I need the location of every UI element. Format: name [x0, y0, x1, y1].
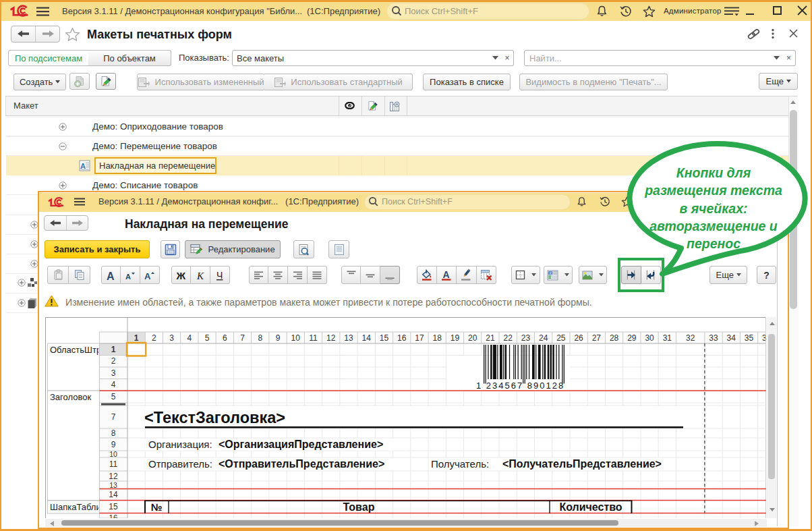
- svg-text:8: 8: [258, 333, 262, 343]
- svg-text:6: 6: [223, 333, 227, 343]
- svg-text:№: №: [151, 501, 163, 513]
- svg-text:Товар: Товар: [343, 501, 375, 513]
- svg-text:30: 30: [645, 333, 654, 343]
- svg-text:<ТекстЗаголовка>: <ТекстЗаголовка>: [144, 409, 285, 426]
- svg-text:A: A: [442, 269, 449, 280]
- svg-text:9: 9: [276, 333, 281, 343]
- svg-text:Получатель:: Получатель:: [431, 458, 489, 470]
- svg-text:34: 34: [727, 333, 736, 343]
- svg-text:<ОрганизацияПредставление>: <ОрганизацияПредставление>: [219, 439, 383, 450]
- svg-text:17: 17: [415, 333, 424, 343]
- svg-text:15: 15: [380, 333, 389, 343]
- svg-text:5: 5: [111, 392, 116, 401]
- svg-text:29: 29: [627, 333, 637, 343]
- svg-text:35: 35: [745, 333, 754, 343]
- svg-text:12: 12: [326, 333, 336, 343]
- svg-text:32: 32: [686, 333, 695, 343]
- svg-text:A: A: [80, 162, 86, 170]
- svg-text:28: 28: [610, 333, 619, 343]
- svg-text:1: 1: [111, 345, 116, 354]
- svg-text:1: 1: [134, 333, 139, 343]
- svg-text:25: 25: [556, 333, 566, 343]
- svg-text:4: 4: [111, 380, 116, 389]
- svg-text:21: 21: [486, 333, 495, 343]
- svg-text:10: 10: [291, 333, 301, 343]
- svg-text:13: 13: [344, 333, 353, 343]
- svg-text:14: 14: [362, 333, 372, 343]
- svg-text:13: 13: [109, 481, 117, 489]
- svg-text:8: 8: [111, 428, 116, 438]
- svg-text:2: 2: [152, 333, 156, 343]
- svg-text:A: A: [125, 272, 131, 280]
- svg-text:размещения текста: размещения текста: [644, 183, 782, 198]
- svg-text:A: A: [107, 270, 115, 281]
- svg-text:Организация:: Организация:: [148, 439, 212, 450]
- svg-text:27: 27: [592, 333, 602, 343]
- svg-text:7: 7: [111, 412, 116, 422]
- svg-text:4: 4: [187, 333, 192, 343]
- svg-text:<ОтправительПредставление>: <ОтправительПредставление>: [219, 458, 384, 470]
- svg-text:Заголовок: Заголовок: [50, 392, 91, 402]
- svg-text:Кнопки для: Кнопки для: [676, 165, 751, 180]
- svg-text:Ж: Ж: [176, 270, 186, 281]
- svg-text:10: 10: [109, 450, 117, 458]
- svg-text:в ячейках:: в ячейках:: [679, 201, 747, 216]
- svg-text:18: 18: [433, 333, 442, 343]
- svg-text:7: 7: [240, 333, 245, 343]
- svg-text:авторазмещение и: авторазмещение и: [649, 219, 778, 233]
- svg-text:11: 11: [309, 333, 318, 343]
- svg-text:12: 12: [109, 472, 118, 481]
- svg-text:1 234567 890128: 1 234567 890128: [476, 381, 564, 391]
- svg-text:14: 14: [109, 490, 118, 499]
- svg-text:3: 3: [111, 368, 116, 378]
- svg-text:3: 3: [169, 333, 174, 343]
- svg-text:33: 33: [709, 333, 718, 343]
- svg-text:перенос: перенос: [687, 236, 741, 251]
- svg-text:К: К: [196, 271, 204, 281]
- svg-text:2: 2: [111, 356, 116, 366]
- svg-text:16: 16: [109, 513, 118, 518]
- svg-text:Количество: Количество: [559, 501, 622, 513]
- svg-text:26: 26: [574, 333, 583, 343]
- svg-text:22: 22: [503, 333, 513, 343]
- svg-text:24: 24: [539, 333, 548, 343]
- svg-text:15: 15: [109, 502, 118, 511]
- svg-text:11: 11: [109, 459, 118, 469]
- svg-text:19: 19: [451, 333, 460, 343]
- svg-text:5: 5: [205, 333, 210, 343]
- svg-text:16: 16: [397, 333, 407, 343]
- svg-text:9: 9: [111, 440, 116, 449]
- svg-text:<ПолучательПредставление>: <ПолучательПредставление>: [502, 458, 662, 470]
- svg-text:31: 31: [663, 333, 672, 343]
- svg-text:A: A: [144, 271, 151, 281]
- svg-text:Ч: Ч: [216, 270, 223, 281]
- svg-text:23: 23: [521, 333, 531, 343]
- svg-text:20: 20: [468, 333, 477, 343]
- svg-text:Отправитель:: Отправитель:: [148, 458, 212, 470]
